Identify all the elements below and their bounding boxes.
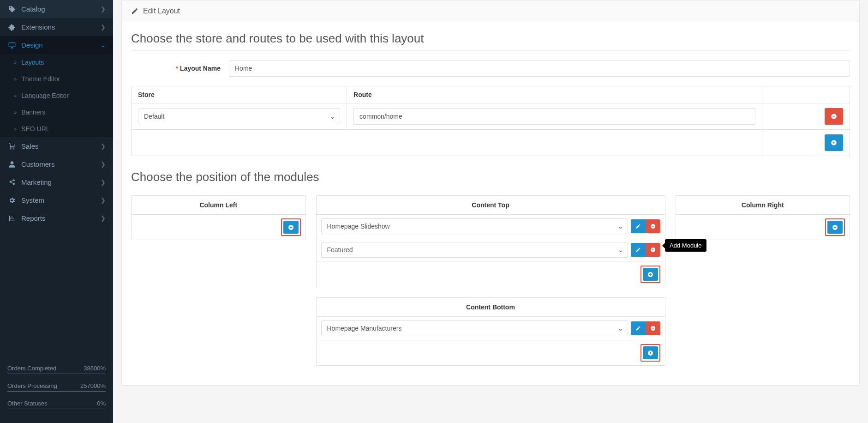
chevron-right-icon: ❯	[101, 215, 106, 222]
content-center-col: Content Top ⌄	[316, 195, 665, 376]
nav-marketing[interactable]: Marketing ❯	[0, 173, 113, 191]
add-module-column-right-button[interactable]	[827, 221, 843, 234]
route-input[interactable]	[353, 108, 755, 125]
edit-layout-panel: Edit Layout Choose the store and routes …	[121, 0, 860, 386]
sidebar-stats: Orders Completed 38600% Orders Processin…	[0, 352, 113, 423]
nav-label: Marketing	[21, 178, 52, 186]
layout-name-input[interactable]	[229, 60, 850, 77]
chevron-right-icon: ❯	[101, 179, 106, 186]
subnav-banners[interactable]: » Banners	[0, 104, 113, 121]
column-right-box: Column Right	[676, 195, 850, 240]
section-title-modules: Choose the position of the modules	[131, 170, 850, 189]
nav-extensions[interactable]: Extensions ❯	[0, 18, 113, 36]
subnav-label: SEO URL	[21, 125, 49, 133]
double-chevron-icon: »	[14, 109, 17, 115]
double-chevron-icon: »	[14, 126, 17, 132]
required-marker: *	[176, 65, 178, 72]
chevron-right-icon: ❯	[101, 161, 106, 168]
nav-main: Catalog ❯ Extensions ❯ Design ⌄ » Layout…	[0, 0, 113, 227]
module-position-grid: Column Left Content Top	[131, 195, 850, 376]
edit-module-button[interactable]	[631, 219, 646, 233]
cart-icon	[7, 143, 17, 150]
svg-rect-10	[652, 328, 654, 329]
th-store: Store	[132, 86, 347, 103]
add-route-button[interactable]	[825, 134, 843, 151]
chart-icon	[7, 215, 17, 222]
nav-customers[interactable]: Customers ❯	[0, 155, 113, 173]
subnav-label: Language Editor	[21, 92, 69, 99]
nav-label: Reports	[21, 214, 46, 222]
stat-other-statuses: Other Statuses 0%	[7, 396, 106, 409]
th-actions	[762, 86, 850, 103]
user-icon	[7, 161, 17, 168]
module-select[interactable]	[321, 218, 628, 234]
minus-circle-icon	[650, 247, 656, 253]
svg-rect-5	[652, 226, 654, 227]
share-icon	[7, 179, 17, 186]
subnav-seo-url[interactable]: » SEO URL	[0, 121, 113, 137]
nav-catalog[interactable]: Catalog ❯	[0, 0, 113, 18]
stat-label: Orders Completed	[7, 365, 56, 372]
add-module-column-left-button[interactable]	[283, 221, 299, 234]
remove-module-button[interactable]	[646, 243, 660, 257]
content-bottom-title: Content Bottom	[317, 298, 665, 317]
pencil-icon	[635, 247, 641, 253]
chevron-down-icon: ⌄	[101, 42, 106, 48]
double-chevron-icon: »	[14, 60, 17, 65]
minus-circle-icon	[650, 326, 656, 331]
module-select[interactable]	[321, 242, 628, 258]
stat-bar	[7, 409, 106, 409]
add-module-content-top-button[interactable]	[643, 268, 658, 281]
nav-label: System	[21, 196, 44, 204]
column-left-col: Column Left	[131, 195, 306, 376]
layout-name-label: *Layout Name	[131, 65, 229, 72]
nav-system[interactable]: System ❯	[0, 191, 113, 209]
highlight-marker	[641, 344, 660, 362]
monitor-icon	[7, 42, 17, 49]
nav-label: Catalog	[21, 5, 45, 13]
module-select[interactable]	[321, 320, 628, 336]
nav-label: Customers	[21, 160, 55, 168]
pencil-icon	[635, 224, 641, 229]
section-title-routes: Choose the store and routes to be used w…	[131, 31, 850, 51]
chevron-right-icon: ❯	[101, 143, 106, 150]
stat-value: 38600%	[84, 365, 106, 372]
highlight-marker	[281, 218, 301, 236]
nav-design[interactable]: Design ⌄	[0, 36, 113, 54]
sidebar: Catalog ❯ Extensions ❯ Design ⌄ » Layout…	[0, 0, 113, 423]
nav-label: Design	[21, 41, 43, 49]
panel-title: Edit Layout	[143, 7, 180, 15]
svg-rect-1	[832, 116, 835, 116]
chevron-right-icon: ❯	[101, 24, 106, 30]
remove-module-button[interactable]	[646, 321, 660, 335]
routes-table: Store Route ⌄	[131, 86, 850, 156]
nav-label: Extensions	[21, 23, 55, 31]
subnav-language-editor[interactable]: » Language Editor	[0, 87, 113, 104]
panel-heading: Edit Layout	[122, 0, 859, 22]
column-left-title: Column Left	[132, 196, 305, 215]
remove-module-button[interactable]	[646, 219, 660, 233]
stat-value: 257000%	[80, 382, 106, 389]
highlight-marker	[641, 266, 660, 283]
stat-bar	[7, 374, 106, 374]
content-bottom-box: Content Bottom ⌄	[316, 297, 665, 366]
plus-circle-icon	[832, 224, 838, 230]
nav-sales[interactable]: Sales ❯	[0, 137, 113, 155]
remove-route-button[interactable]	[825, 108, 843, 125]
add-module-content-bottom-button[interactable]	[643, 346, 658, 359]
content-top-box: Content Top ⌄	[316, 195, 665, 287]
subnav-layouts[interactable]: » Layouts	[0, 54, 113, 71]
store-select[interactable]	[138, 109, 340, 124]
th-route: Route	[347, 86, 762, 103]
subnav-theme-editor[interactable]: » Theme Editor	[0, 71, 113, 87]
plus-circle-icon	[831, 139, 837, 146]
stat-value: 0%	[97, 400, 106, 407]
plugin-icon	[7, 24, 17, 31]
nav-reports[interactable]: Reports ❯	[0, 209, 113, 227]
edit-module-button[interactable]	[631, 321, 646, 335]
main-content: Edit Layout Choose the store and routes …	[113, 0, 868, 423]
minus-circle-icon	[650, 224, 656, 229]
module-row: ⌄	[317, 317, 665, 340]
edit-module-button[interactable]	[631, 243, 646, 257]
plus-circle-icon	[647, 350, 653, 356]
